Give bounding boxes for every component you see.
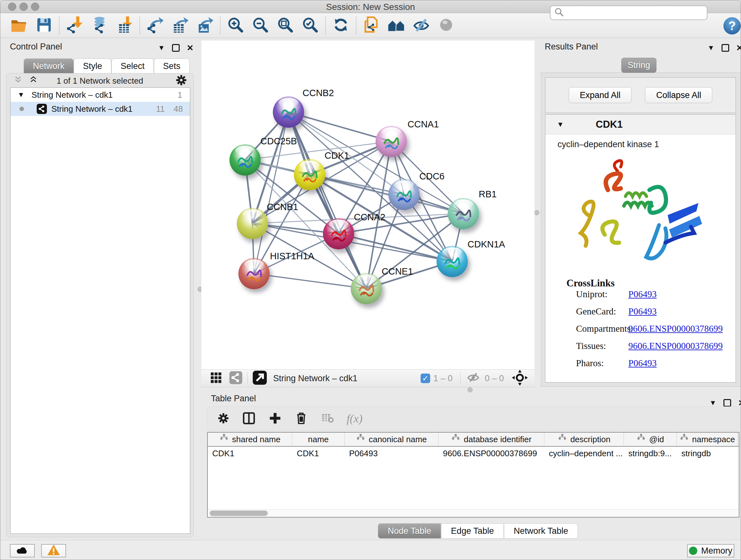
network-share-icon[interactable] (229, 371, 243, 386)
crosslink-link[interactable]: 9606.ENSP00000378699 (628, 341, 723, 351)
search-box[interactable] (550, 5, 708, 20)
crosslink-link[interactable]: 9606.ENSP00000378699 (628, 323, 723, 334)
import-table-from-file-button[interactable] (112, 14, 137, 37)
close-results-icon[interactable]: ✕ (736, 44, 741, 52)
close-table-icon[interactable]: ✕ (738, 399, 741, 407)
save-session-button[interactable] (31, 14, 57, 37)
clipboard-network-icon (362, 16, 381, 35)
network-node-cdc6[interactable] (388, 179, 420, 210)
export-image-button[interactable] (192, 14, 217, 37)
table-settings-button[interactable] (217, 412, 230, 426)
tab-node-table[interactable]: Node Table (378, 523, 441, 539)
network-edge[interactable] (288, 112, 366, 289)
search-input[interactable] (564, 8, 702, 18)
node-label-hist1h1a: HIST1H1A (270, 251, 314, 261)
protein-thumbnail-icon (357, 281, 376, 299)
network-node-cdc25b[interactable] (229, 144, 261, 176)
column-manager-button[interactable] (242, 411, 256, 426)
column-header-canonicalname[interactable]: canonical name (345, 433, 439, 446)
first-neighbors-button[interactable] (384, 14, 409, 37)
network-edge[interactable] (254, 273, 366, 289)
collapse-all-button[interactable]: Collapse All (645, 87, 712, 103)
right-splitter-handle[interactable] (534, 210, 539, 215)
table-cell[interactable]: 9606.ENSP00000378699 (439, 447, 544, 460)
maximize-table-icon[interactable] (724, 399, 731, 407)
table-cell[interactable]: P06493 (345, 447, 439, 460)
close-panel-icon[interactable]: ✕ (187, 44, 194, 52)
export-table-button[interactable] (167, 14, 192, 37)
table-row[interactable]: CDK1CDK1P064939606.ENSP00000378699cyclin… (208, 447, 739, 460)
open-session-button[interactable] (7, 14, 31, 37)
function-builder-button[interactable]: f(x) (347, 412, 362, 425)
table-cell[interactable]: CDK1 (292, 447, 345, 460)
network-node-ccne1[interactable] (351, 273, 382, 304)
memory-button[interactable]: Memory (687, 544, 734, 557)
birdseye-grid-icon[interactable] (209, 371, 223, 386)
column-header-id[interactable]: @id (624, 433, 677, 446)
network-node-hist1h1a[interactable] (239, 258, 270, 289)
import-network-from-file-button[interactable] (62, 14, 87, 37)
cloud-button[interactable] (10, 544, 35, 557)
show-all-button[interactable] (434, 14, 459, 37)
network-node-cdkn1a[interactable] (436, 246, 468, 277)
hidden-eye-slash-icon[interactable] (465, 371, 482, 386)
help-button[interactable]: ? (724, 17, 741, 35)
float-results-icon[interactable]: ▼ (708, 44, 715, 52)
column-header-sharedname[interactable]: shared name (208, 433, 292, 446)
network-node-ccna2[interactable] (323, 218, 354, 249)
table-cell[interactable]: CDK1 (208, 447, 292, 460)
zoom-selected-button[interactable] (298, 14, 323, 37)
maximize-panel-icon[interactable] (172, 44, 180, 52)
tab-string[interactable]: String (621, 58, 657, 73)
tab-network[interactable]: Network (23, 58, 74, 73)
export-network-button[interactable] (143, 14, 167, 37)
network-options-gear-icon[interactable] (175, 74, 188, 88)
float-panel-icon[interactable]: ▼ (158, 44, 165, 52)
import-network-from-database-button[interactable] (87, 14, 112, 37)
selected-nodes-checkbox-icon[interactable]: ✓ (421, 374, 430, 383)
crosslink-link[interactable]: P06493 (628, 306, 657, 317)
network-collection-row[interactable]: ▼ String Network – cdk1 1 (10, 88, 190, 102)
zoom-in-button[interactable] (223, 14, 248, 37)
column-header-description[interactable]: description (544, 433, 624, 446)
crosslink-link[interactable]: P06493 (628, 358, 657, 368)
float-table-icon[interactable]: ▼ (710, 399, 717, 407)
network-node-ccna1[interactable] (376, 126, 407, 157)
clear-table-button[interactable] (320, 411, 334, 426)
crosslink-link[interactable]: P06493 (628, 289, 657, 300)
network-node-rb1[interactable] (448, 198, 479, 229)
expand-all-button[interactable]: Expand All (569, 87, 632, 103)
tab-network-table[interactable]: Network Table (504, 523, 578, 539)
open-in-browser-icon[interactable] (252, 370, 267, 387)
hide-selected-button[interactable] (409, 14, 434, 37)
pan-crosshair-icon[interactable] (512, 369, 528, 387)
scrollbar-thumb[interactable] (210, 510, 268, 516)
warnings-button[interactable] (41, 544, 66, 557)
column-label: description (570, 435, 610, 444)
zoom-fit-content-button[interactable] (273, 14, 298, 37)
table-cell[interactable]: cyclin–dependent ... (544, 447, 624, 460)
network-node-ccnb2[interactable] (273, 97, 304, 128)
network-node-cdk1[interactable] (294, 159, 325, 190)
column-header-name[interactable]: name (292, 433, 345, 446)
tab-style[interactable]: Style (74, 58, 111, 73)
delete-column-button[interactable] (294, 411, 308, 426)
network-view-canvas[interactable]: CCNB2CCNA1CDC25BCDK1CDC6RB1CCNB1CCNA2CDK… (201, 41, 535, 369)
column-header-databaseidentifier[interactable]: database identifier (439, 433, 544, 446)
column-header-namespace[interactable]: namespace (677, 433, 738, 446)
table-cell[interactable]: stringdb:9... (624, 447, 677, 460)
tab-edge-table[interactable]: Edge Table (441, 523, 504, 539)
network-node-ccnb1[interactable] (237, 208, 268, 239)
table-cell[interactable]: stringdb (677, 447, 738, 460)
zoom-out-button[interactable] (248, 14, 273, 37)
tab-sets[interactable]: Sets (154, 58, 190, 73)
gene-card-header[interactable]: ▼ CDK1 (545, 115, 736, 134)
apply-preferred-layout-button[interactable] (328, 14, 353, 37)
tab-select[interactable]: Select (111, 58, 154, 73)
network-from-clipboard-button[interactable] (359, 14, 384, 37)
maximize-results-icon[interactable] (722, 44, 729, 52)
bottom-splitter-handle[interactable] (468, 387, 473, 392)
network-row-selected[interactable]: String Network – cdk1 11 48 (10, 102, 190, 116)
add-column-button[interactable] (268, 411, 282, 426)
table-horizontal-scrollbar[interactable] (208, 509, 739, 517)
